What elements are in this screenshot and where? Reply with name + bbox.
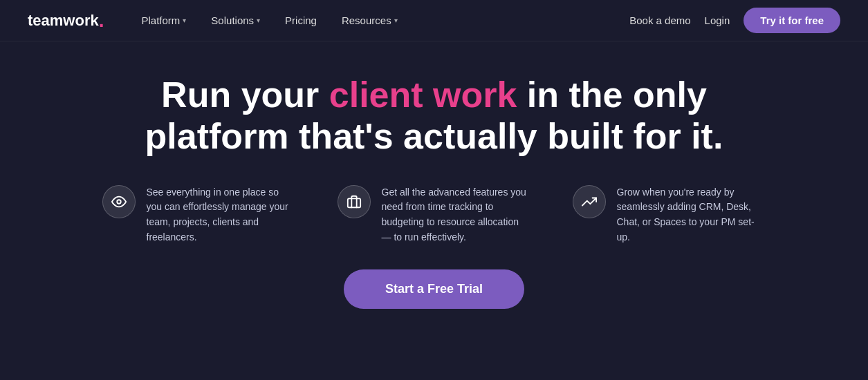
features-section: See everything in one place so you can e… — [54, 185, 815, 245]
chevron-down-icon: ▾ — [183, 17, 186, 24]
eye-icon — [102, 185, 136, 218]
feature-item: Grow when you're ready by seamlessly add… — [573, 185, 766, 245]
nav-right: Book a demo Login Try it for free — [629, 8, 840, 33]
chevron-down-icon: ▾ — [257, 17, 260, 24]
cta-section: Start a Free Trial — [0, 269, 868, 309]
feature-text-1: See everything in one place so you can e… — [147, 185, 296, 245]
hero-title-highlight: client work — [329, 75, 517, 115]
growth-icon — [573, 185, 606, 218]
nav-item-pricing[interactable]: Pricing — [275, 9, 326, 32]
logo[interactable]: teamwork. — [28, 11, 104, 30]
login-link[interactable]: Login — [705, 15, 730, 26]
hero-section: Run your client work in the only platfor… — [0, 41, 868, 185]
feature-item: Get all the advanced features you need f… — [338, 185, 531, 245]
start-free-trial-button[interactable]: Start a Free Trial — [344, 269, 524, 309]
feature-text-2: Get all the advanced features you need f… — [382, 185, 531, 245]
briefcase-icon — [338, 185, 371, 218]
nav-item-resources[interactable]: Resources ▾ — [332, 9, 407, 32]
svg-rect-1 — [347, 198, 360, 207]
nav-item-solutions[interactable]: Solutions ▾ — [201, 9, 270, 32]
book-demo-link[interactable]: Book a demo — [629, 15, 690, 26]
svg-point-0 — [117, 200, 121, 204]
hero-title-part1: Run your — [161, 75, 329, 115]
feature-item: See everything in one place so you can e… — [102, 185, 296, 245]
navigation: teamwork. Platform ▾ Solutions ▾ Pricing… — [0, 0, 868, 41]
feature-text-3: Grow when you're ready by seamlessly add… — [617, 185, 766, 245]
hero-title: Run your client work in the only platfor… — [123, 75, 746, 158]
chevron-down-icon: ▾ — [394, 17, 398, 24]
nav-items: Platform ▾ Solutions ▾ Pricing Resources… — [132, 9, 630, 32]
logo-text: teamwork — [28, 12, 99, 30]
nav-item-platform[interactable]: Platform ▾ — [132, 9, 196, 32]
logo-dot: . — [99, 11, 104, 30]
try-free-button[interactable]: Try it for free — [744, 8, 840, 33]
